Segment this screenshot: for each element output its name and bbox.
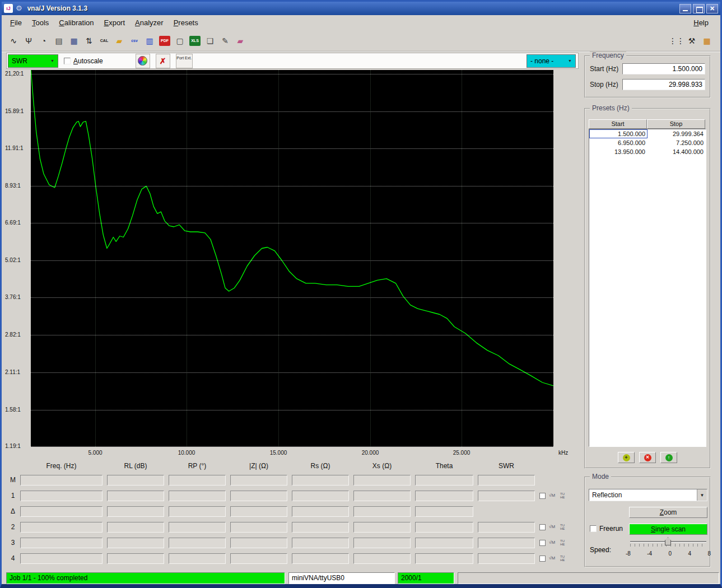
marker-field[interactable] (292, 538, 349, 548)
marker-row-label: 2 (7, 523, 18, 531)
marker-field[interactable] (353, 522, 411, 533)
marker-field[interactable] (478, 475, 535, 486)
marker-field[interactable] (169, 506, 226, 517)
marker-field[interactable] (353, 491, 411, 501)
marker-field[interactable] (20, 491, 103, 501)
marker-field[interactable] (107, 538, 164, 548)
marker-sqrt-icon[interactable]: √M (549, 493, 558, 500)
marker-field[interactable] (107, 553, 164, 564)
marker-field[interactable] (169, 475, 226, 486)
marker-column-header: SWR (478, 462, 535, 470)
marker-field[interactable] (107, 475, 164, 486)
marker-tuhe-icon[interactable]: TUHE (560, 555, 569, 563)
marker-tuhe-icon[interactable]: TUHE (560, 524, 569, 531)
marker-field[interactable] (107, 491, 164, 501)
marker-field[interactable] (107, 522, 164, 533)
marker-field[interactable] (230, 491, 287, 501)
marker-field[interactable] (169, 522, 226, 533)
marker-field[interactable] (415, 491, 473, 501)
marker-column-header: |Z| (Ω) (230, 462, 287, 470)
marker-field[interactable] (292, 553, 349, 564)
marker-field[interactable] (478, 538, 535, 548)
marker-checkbox[interactable] (539, 524, 546, 530)
marker-field[interactable] (169, 553, 226, 564)
job-progress-field: Job 1/1 - 100% completed (6, 572, 285, 584)
marker-field[interactable] (230, 553, 287, 564)
marker-column-header: Freq. (Hz) (20, 462, 103, 470)
marker-sqrt-icon[interactable]: √M (549, 524, 558, 531)
marker-tuhe-icon[interactable]: TUHE (560, 539, 569, 547)
app-window: vna/J Version 3.1.3 File Tools Calibrati… (0, 0, 722, 588)
marker-field[interactable] (353, 553, 411, 564)
marker-field[interactable] (20, 475, 103, 486)
marker-column-header: RP (°) (169, 462, 226, 470)
marker-row-label: Δ (7, 507, 18, 516)
marker-field[interactable] (230, 475, 287, 486)
marker-field[interactable] (478, 491, 535, 501)
device-field: miniVNA/ttyUSB0 (288, 572, 395, 584)
marker-row-label: 4 (7, 554, 18, 563)
marker-column-header: RL (dB) (107, 462, 164, 470)
marker-field[interactable] (353, 506, 411, 517)
marker-field[interactable] (20, 553, 103, 564)
marker-field[interactable] (478, 553, 535, 564)
marker-field[interactable] (353, 475, 411, 486)
marker-row-label: 1 (7, 492, 18, 500)
marker-field[interactable] (478, 522, 535, 533)
marker-field[interactable] (353, 538, 411, 548)
marker-field[interactable] (20, 522, 103, 533)
marker-field[interactable] (20, 506, 103, 517)
marker-sqrt-icon[interactable]: √M (549, 556, 558, 562)
marker-field[interactable] (169, 538, 226, 548)
marker-field[interactable] (415, 475, 473, 486)
marker-field[interactable] (415, 538, 473, 548)
marker-field[interactable] (230, 538, 287, 548)
markers-table: Freq. (Hz)RL (dB)RP (°)|Z| (Ω)Rs (Ω)Xs (… (2, 2, 720, 584)
marker-field[interactable] (415, 522, 473, 533)
marker-field[interactable] (292, 475, 349, 486)
marker-field[interactable] (292, 522, 349, 533)
marker-column-header: Rs (Ω) (292, 462, 349, 470)
marker-field[interactable] (169, 491, 226, 501)
marker-row-label: 3 (7, 539, 18, 547)
marker-column-header: Xs (Ω) (353, 462, 411, 470)
marker-column-header: Theta (415, 462, 473, 470)
marker-field[interactable] (292, 506, 349, 517)
marker-checkbox[interactable] (539, 556, 546, 562)
marker-field[interactable] (415, 506, 473, 517)
marker-field[interactable] (230, 522, 287, 533)
marker-sqrt-icon[interactable]: √M (549, 540, 558, 547)
marker-tuhe-icon[interactable]: TUHE (560, 492, 569, 500)
marker-field[interactable] (107, 506, 164, 517)
marker-checkbox[interactable] (539, 493, 546, 499)
marker-row-label: M (7, 476, 18, 484)
marker-field[interactable] (20, 538, 103, 548)
marker-field[interactable] (415, 553, 473, 564)
marker-field[interactable] (230, 506, 287, 517)
status-spare-field (458, 572, 719, 584)
samples-field: 2000/1 (398, 572, 454, 584)
marker-field[interactable] (292, 491, 349, 501)
marker-checkbox[interactable] (539, 540, 546, 546)
